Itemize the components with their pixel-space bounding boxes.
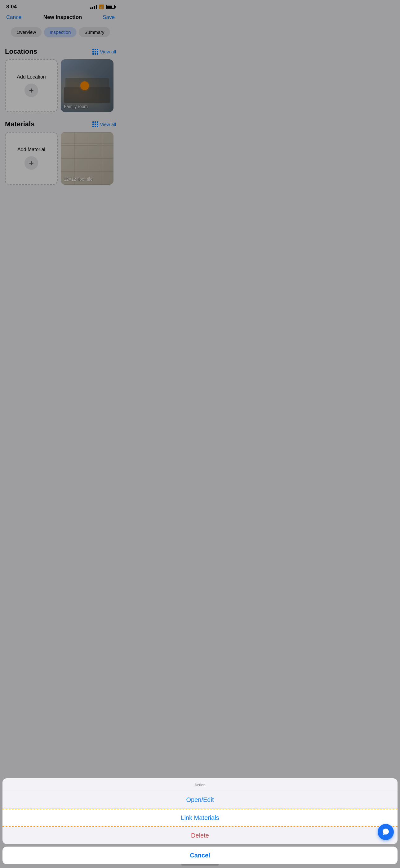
overlay-backdrop xyxy=(0,0,121,262)
